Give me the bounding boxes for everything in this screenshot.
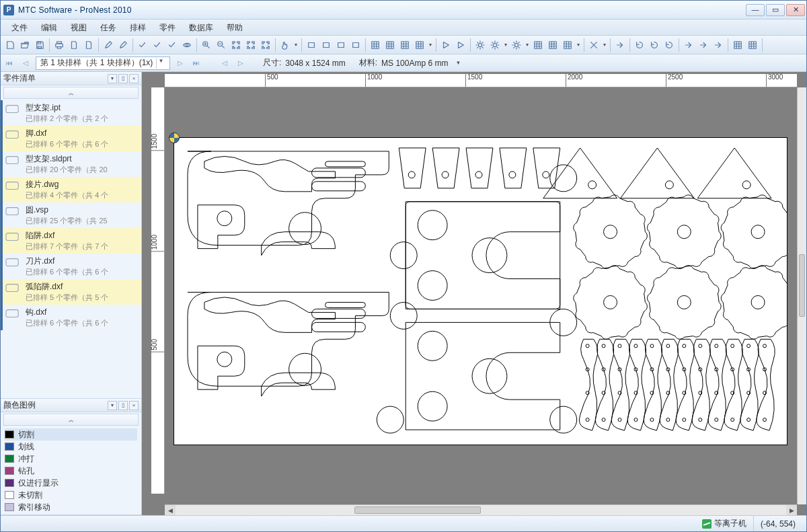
grid-button[interactable] — [546, 38, 560, 52]
maximize-button[interactable]: ▭ — [766, 4, 785, 16]
grid-button[interactable] — [746, 38, 759, 52]
legend-swatch — [5, 430, 14, 439]
part-item[interactable]: 型支架.sldprt 已排样 20 个零件（共 20 — [1, 151, 141, 177]
zoomfit-button[interactable] — [244, 38, 258, 52]
part-item[interactable]: 型支架.ipt 已排样 2 个零件（共 2 个 — [1, 100, 141, 126]
box-button[interactable] — [319, 38, 333, 52]
panel-pin-button[interactable]: ▯ — [118, 74, 128, 83]
rot-button[interactable] — [648, 38, 661, 52]
zoomin-button[interactable] — [200, 38, 213, 52]
page-button[interactable] — [82, 38, 95, 52]
menu-文件[interactable]: 文件 — [5, 20, 34, 35]
material-dropdown-icon[interactable]: ▼ — [452, 57, 464, 69]
nest-last-button[interactable]: ⏭ — [190, 57, 202, 69]
new-button[interactable] — [3, 38, 17, 52]
x-button[interactable] — [587, 38, 601, 52]
plasma-icon — [702, 519, 712, 529]
check-button[interactable] — [136, 38, 149, 52]
svg-point-64 — [715, 418, 718, 422]
menu-零件[interactable]: 零件 — [153, 20, 182, 35]
gear-button[interactable] — [473, 38, 487, 52]
part-item[interactable]: 脚.dxf 已排样 6 个零件（共 6 个 — [1, 126, 141, 151]
grid-button[interactable] — [731, 38, 744, 52]
save-button[interactable] — [33, 38, 46, 52]
horizontal-scrollbar[interactable]: ◀▶ — [165, 504, 797, 515]
part-item[interactable]: 接片.dwg 已排样 4 个零件（共 4 个 — [1, 177, 141, 202]
part-item[interactable]: 弧陷阱.dxf 已排样 5 个零件（共 5 个 — [1, 279, 141, 305]
menu-任务[interactable]: 任务 — [93, 20, 123, 35]
arrow-button[interactable] — [712, 38, 725, 52]
part-icon — [4, 281, 22, 296]
part-item[interactable]: 陷阱.dxf 已排样 7 个零件（共 7 个 — [1, 228, 141, 254]
play-button[interactable] — [439, 38, 453, 52]
svg-point-37 — [618, 344, 621, 348]
panel-menu-button[interactable]: ▾ — [108, 74, 117, 83]
nest-prev-button[interactable]: ◁ — [20, 57, 32, 69]
arrow-button[interactable] — [682, 38, 695, 52]
gear-button[interactable] — [488, 38, 502, 52]
zoomfit-button[interactable] — [229, 38, 243, 52]
nest-next-button[interactable]: ▷ — [174, 57, 186, 69]
legend-item[interactable]: 未切割 — [5, 489, 137, 501]
close-button[interactable]: ✕ — [786, 4, 805, 16]
arrow-button[interactable] — [697, 38, 710, 52]
panel-pin-button[interactable]: ▯ — [118, 401, 128, 410]
panel-menu-button[interactable]: ▾ — [108, 401, 117, 410]
view-prev-button[interactable]: ◁ — [219, 57, 231, 69]
grid-button[interactable] — [383, 38, 397, 52]
check-button[interactable] — [165, 38, 179, 52]
legend-item[interactable]: 划线 — [5, 441, 137, 453]
legend-item[interactable]: 冲打 — [5, 453, 137, 465]
grid-button[interactable] — [413, 38, 426, 52]
svg-point-9 — [217, 352, 232, 367]
print-button[interactable] — [52, 38, 66, 52]
part-item[interactable]: 圆.vsp 已排样 25 个零件（共 25 — [1, 202, 141, 228]
legend-item[interactable]: 仅进行显示 — [5, 477, 137, 489]
parts-collapser[interactable]: ︽ — [3, 87, 139, 99]
pencil-button[interactable] — [102, 38, 115, 52]
arrow-button[interactable] — [613, 38, 627, 52]
menu-帮助[interactable]: 帮助 — [220, 20, 249, 35]
rot-button[interactable] — [633, 38, 646, 52]
part-status: 已排样 5 个零件（共 5 个 — [26, 293, 139, 303]
legend-item[interactable]: 钻孔 — [5, 465, 137, 477]
open-button[interactable] — [18, 38, 32, 52]
menu-排样[interactable]: 排样 — [123, 20, 153, 35]
legend-item[interactable]: 索引移动 — [5, 501, 137, 513]
box-button[interactable] — [305, 38, 318, 52]
nest-first-button[interactable]: ⏮ — [3, 57, 15, 69]
zoomfit-button[interactable] — [259, 38, 272, 52]
nest-viewport[interactable] — [165, 87, 797, 504]
legend-collapser[interactable]: ︽ — [3, 414, 139, 426]
part-item[interactable]: 钩.dxf 已排样 6 个零件（共 6 个 — [1, 305, 141, 330]
view-next-button[interactable]: ▷ — [235, 57, 247, 69]
grid-button[interactable] — [531, 38, 545, 52]
box-button[interactable] — [334, 38, 348, 52]
box-button[interactable] — [349, 38, 362, 52]
check-button[interactable] — [151, 38, 164, 52]
rot-button[interactable] — [662, 38, 676, 52]
menu-视图[interactable]: 视图 — [64, 20, 93, 35]
legend-item[interactable]: 切割 — [5, 428, 137, 441]
grid-button[interactable] — [398, 38, 412, 52]
hand-button[interactable] — [278, 38, 292, 52]
gear-button[interactable] — [510, 38, 523, 52]
grid-button[interactable] — [369, 38, 382, 52]
parts-list: 型支架.ipt 已排样 2 个零件（共 2 个 脚.dxf 已排样 6 个零件（… — [1, 100, 141, 398]
nest-selector[interactable]: 第 1 块排样（共 1 块排样）(1x) ▼ — [36, 56, 170, 70]
minimize-button[interactable]: — — [746, 4, 765, 16]
panel-close-button[interactable]: × — [129, 401, 139, 410]
play-button[interactable] — [454, 38, 467, 52]
menu-数据库[interactable]: 数据库 — [182, 20, 220, 35]
grid-button[interactable] — [561, 38, 574, 52]
svg-point-19 — [751, 225, 765, 239]
part-item[interactable]: 刀片.dxf 已排样 6 个零件（共 6 个 — [1, 254, 141, 279]
origin-marker-icon — [169, 132, 180, 143]
vertical-scrollbar[interactable] — [797, 87, 806, 504]
page-button[interactable] — [67, 38, 81, 52]
pencil-button[interactable] — [116, 38, 130, 52]
panel-close-button[interactable]: × — [129, 74, 139, 83]
menu-编辑[interactable]: 编辑 — [34, 20, 64, 35]
zoomout-button[interactable] — [215, 38, 228, 52]
eye-button[interactable] — [180, 38, 194, 52]
